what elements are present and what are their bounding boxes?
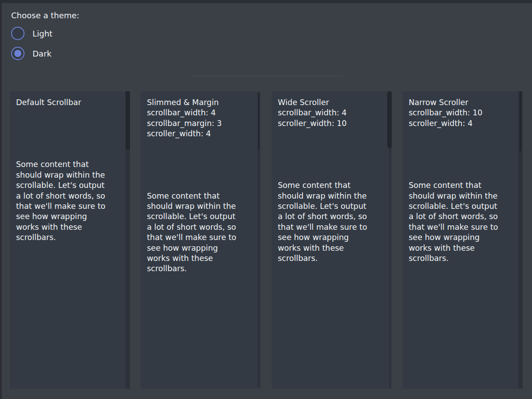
scrollbar-thumb[interactable]: [387, 91, 392, 148]
radio-circle-dark[interactable]: [11, 47, 24, 60]
section-divider: [191, 76, 343, 76]
window-border-top: [0, 0, 532, 3]
app-window: { "theme_chooser": { "label": "Choose a …: [0, 0, 532, 399]
panel-param: scroller_width: 10: [278, 118, 386, 129]
panel-spacer: [278, 129, 386, 180]
scroll-panel-slimmed-margin[interactable]: Slimmed & Margin scrollbar_width: 4 scro…: [141, 91, 261, 389]
radio-circle-light[interactable]: [11, 27, 24, 40]
scrollbar-thumb[interactable]: [520, 91, 521, 151]
panel-param: scroller_width: 4: [409, 118, 516, 129]
scrollbar-thumb[interactable]: [126, 91, 130, 149]
panel-title: Default Scrollbar: [16, 98, 124, 108]
theme-chooser-label: Choose a theme:: [11, 11, 79, 20]
panel-title: Wide Scroller: [278, 98, 386, 108]
panel-spacer: [16, 108, 124, 159]
panel-body-text: Some content that should wrap within the…: [409, 180, 516, 264]
panel-spacer: [147, 139, 255, 191]
panel-body-text: Some content that should wrap within the…: [16, 159, 124, 243]
panel-param: scrollbar_width: 10: [409, 108, 516, 118]
radio-option-light[interactable]: Light: [11, 27, 53, 40]
radio-option-dark[interactable]: Dark: [11, 47, 52, 60]
radio-label-light[interactable]: Light: [32, 29, 53, 38]
window-border-left: [0, 0, 2, 399]
panel-param: scrollbar_margin: 3: [147, 118, 255, 129]
panel-title: Narrow Scroller: [409, 98, 516, 108]
panel-param: scroller_width: 4: [147, 129, 255, 139]
scrollbar-thumb[interactable]: [258, 93, 260, 150]
panel-spacer: [409, 129, 516, 180]
scroll-panel-wide-scroller[interactable]: Wide Scroller scrollbar_width: 4 scrolle…: [272, 91, 392, 389]
scroll-panel-narrow-scroller[interactable]: Narrow Scroller scrollbar_width: 10 scro…: [402, 91, 523, 389]
panel-param: scrollbar_width: 4: [147, 108, 255, 118]
panel-body-text: Some content that should wrap within the…: [147, 191, 255, 274]
radio-label-dark[interactable]: Dark: [32, 49, 52, 58]
scroll-panel-default[interactable]: Default Scrollbar Some content that shou…: [10, 91, 130, 389]
panel-title: Slimmed & Margin: [147, 98, 255, 108]
panel-param: scrollbar_width: 4: [278, 108, 386, 118]
panel-body-text: Some content that should wrap within the…: [278, 180, 386, 264]
radio-selected-dot: [14, 50, 21, 57]
